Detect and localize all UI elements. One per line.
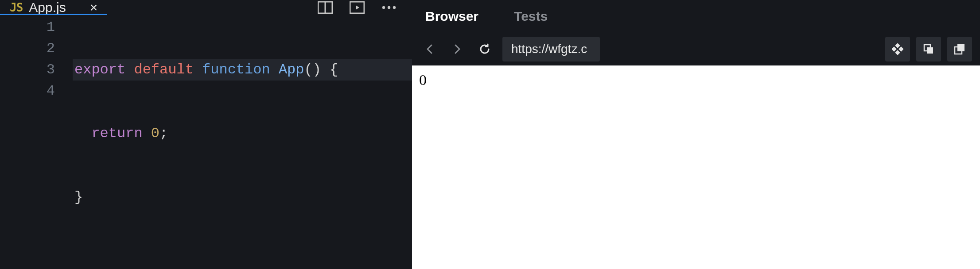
codesandbox-icon[interactable] — [885, 37, 910, 61]
code-line[interactable]: export default function App() { — [73, 59, 412, 81]
preview-tabs: Browser Tests — [412, 0, 980, 33]
svg-point-5 — [388, 6, 390, 9]
tabbar-spacer — [107, 0, 313, 15]
svg-point-6 — [393, 6, 396, 9]
token-keyword: function — [202, 61, 270, 78]
toolbar-right-buttons — [885, 37, 972, 61]
code-line[interactable]: return 0; — [73, 123, 412, 144]
token-punc: } — [74, 189, 83, 205]
editor-toolbar — [313, 0, 412, 15]
browser-viewport[interactable]: 0 — [412, 65, 980, 269]
svg-point-4 — [382, 6, 385, 9]
token-number: 0 — [151, 125, 159, 142]
editor-pane: JS App.js × 1 2 3 4 — [0, 0, 412, 269]
close-tab-icon[interactable]: × — [90, 1, 98, 14]
root: JS App.js × 1 2 3 4 — [0, 0, 980, 269]
line-number: 3 — [0, 59, 55, 81]
svg-marker-3 — [356, 5, 359, 10]
preview-icon[interactable] — [349, 1, 365, 14]
token-keyword: export — [74, 61, 125, 78]
token-keyword: return — [91, 125, 142, 142]
line-number: 2 — [0, 38, 55, 59]
line-number-gutter: 1 2 3 4 — [0, 17, 73, 269]
more-actions-icon[interactable] — [381, 1, 397, 14]
open-new-window-icon[interactable] — [947, 37, 972, 61]
tab-browser[interactable]: Browser — [425, 9, 478, 24]
svg-rect-10 — [895, 50, 900, 55]
reload-icon[interactable] — [475, 39, 494, 59]
tab-tests[interactable]: Tests — [514, 9, 548, 24]
svg-rect-7 — [895, 43, 900, 48]
copy-icon[interactable] — [916, 37, 941, 61]
token-identifier: App — [279, 61, 304, 78]
line-number: 4 — [0, 81, 55, 102]
line-number: 1 — [0, 17, 55, 38]
code-content[interactable]: export default function App() { return 0… — [73, 17, 412, 269]
tab-filename: App.js — [29, 0, 66, 15]
svg-rect-14 — [957, 44, 964, 51]
token-punc: () — [304, 61, 321, 78]
nav-forward-icon[interactable] — [447, 39, 467, 59]
code-line[interactable]: } — [73, 187, 412, 208]
token-punc: ; — [159, 125, 168, 142]
token-punc: { — [330, 61, 338, 78]
editor-tab-appjs[interactable]: JS App.js × — [0, 0, 107, 15]
svg-rect-9 — [898, 46, 903, 51]
browser-toolbar: https://wfgtz.c — [412, 33, 980, 65]
nav-back-icon[interactable] — [420, 39, 439, 59]
split-editor-icon[interactable] — [317, 1, 333, 14]
svg-rect-8 — [892, 46, 897, 51]
svg-rect-12 — [927, 47, 933, 54]
code-line[interactable] — [73, 250, 412, 269]
code-area[interactable]: 1 2 3 4 export default function App() { … — [0, 15, 412, 269]
rendered-output: 0 — [419, 72, 427, 88]
url-input[interactable]: https://wfgtz.c — [502, 37, 600, 61]
preview-pane: Browser Tests https://wfgtz.c — [412, 0, 980, 269]
editor-tabbar: JS App.js × — [0, 0, 412, 15]
token-keyword: default — [134, 61, 193, 78]
js-file-icon: JS — [10, 1, 23, 14]
